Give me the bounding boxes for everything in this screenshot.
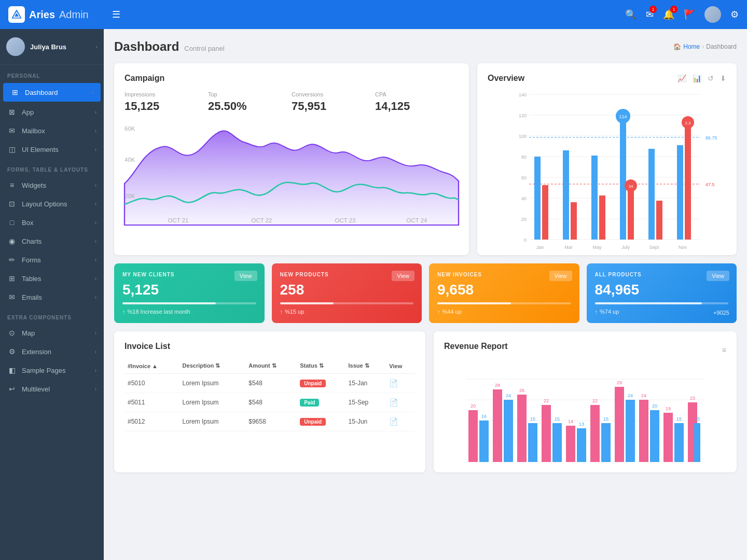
stat-card-clients-view-btn[interactable]: View xyxy=(234,271,257,281)
revenue-menu-icon[interactable]: ≡ xyxy=(722,346,726,354)
stat-card-invoices-view-btn[interactable]: View xyxy=(549,271,572,281)
sidebar-item-label: Multilevel xyxy=(22,385,90,393)
svg-text:80: 80 xyxy=(521,155,527,160)
breadcrumb-home[interactable]: Home xyxy=(683,43,700,50)
overview-chart: 140 120 100 80 60 40 20 0 xyxy=(488,89,726,245)
sidebar-item-charts[interactable]: ◉ Charts › xyxy=(0,232,104,250)
app-icon: ⊠ xyxy=(7,108,17,116)
svg-rect-82 xyxy=(615,387,624,462)
sidebar-item-map[interactable]: ⊙ Map › xyxy=(0,324,104,342)
sidebar-item-dashboard[interactable]: ⊞ Dashboard › xyxy=(3,83,101,102)
sidebar-item-box[interactable]: □ Box › xyxy=(0,213,104,232)
svg-rect-30 xyxy=(563,150,569,240)
overview-card: Overview 📈 📊 ↺ ⬇ xyxy=(477,63,737,255)
svg-rect-34 xyxy=(620,119,626,240)
sidebar: Juliya Brus › PERSONAL ⊞ Dashboard › ⊠ A… xyxy=(0,29,104,560)
map-icon: ⊙ xyxy=(7,329,17,337)
sidebar-arrow-icon: › xyxy=(95,295,96,300)
user-avatar[interactable] xyxy=(704,6,721,23)
download-icon[interactable]: ⬇ xyxy=(720,74,726,82)
line-chart-icon[interactable]: 📈 xyxy=(677,74,686,82)
svg-text:114: 114 xyxy=(619,114,627,119)
svg-rect-74 xyxy=(566,426,575,462)
invoice-table: #Invoice ▲ Description ⇅ Amount ⇅ Status… xyxy=(125,358,415,431)
breadcrumb: 🏠 Home › Dashboard xyxy=(673,43,737,50)
sidebar-item-app[interactable]: ⊠ App › xyxy=(0,103,104,121)
breadcrumb-sep: › xyxy=(702,43,704,50)
sidebar-arrow-icon: › xyxy=(95,220,96,226)
cpa-label: CPA xyxy=(375,91,459,97)
svg-text:Jan: Jan xyxy=(536,245,544,250)
hamburger-button[interactable]: ☰ xyxy=(112,9,120,20)
avatar xyxy=(6,37,25,56)
section-personal: PERSONAL xyxy=(0,65,104,82)
stat-card-invoices-value: 9,658 xyxy=(437,282,571,298)
revenue-card: Revenue Report ≡ 20 xyxy=(434,331,737,472)
svg-text:OCT 21: OCT 21 xyxy=(168,218,188,223)
svg-text:24: 24 xyxy=(628,393,633,398)
dashboard-icon: ⊞ xyxy=(10,88,20,96)
svg-text:OCT 22: OCT 22 xyxy=(251,218,272,223)
sidebar-arrow-icon: › xyxy=(95,368,96,373)
svg-text:22: 22 xyxy=(544,398,549,403)
sidebar-item-layout[interactable]: ⊡ Layout Options › xyxy=(0,194,104,213)
svg-text:40: 40 xyxy=(521,196,527,201)
invoice-status: Unpaid xyxy=(297,374,345,393)
svg-text:60K: 60K xyxy=(125,126,135,132)
stat-card-products-view-btn[interactable]: View xyxy=(392,271,414,281)
sidebar-item-widgets[interactable]: ≡ Widgets › xyxy=(0,176,104,194)
campaign-stat-impressions: Impressions 15,125 xyxy=(125,91,208,113)
bell-icon[interactable]: 🔔 1 xyxy=(663,9,674,20)
sidebar-item-extension[interactable]: ⚙ Extension › xyxy=(0,342,104,361)
top-label: Top xyxy=(208,91,292,97)
svg-rect-37 xyxy=(628,188,634,240)
sidebar-item-sample-pages[interactable]: ◧ Sample Pages › xyxy=(0,361,104,380)
search-icon[interactable]: 🔍 xyxy=(625,9,637,20)
conversions-value: 75,951 xyxy=(292,100,375,113)
stat-card-clients-footer: ↑%18 Increase last month xyxy=(122,309,256,315)
logo-admin: Admin xyxy=(59,9,89,21)
sidebar-item-label: Emails xyxy=(22,293,90,301)
invoice-issue: 15-Jun xyxy=(345,412,386,431)
extension-icon: ⚙ xyxy=(7,347,17,356)
logo[interactable]: AriesAdmin xyxy=(8,6,112,23)
bar-chart-icon[interactable]: 📊 xyxy=(693,74,701,82)
sidebar-item-tables[interactable]: ⊞ Tables › xyxy=(0,269,104,288)
invoice-amount: $548 xyxy=(245,374,297,393)
sidebar-arrow-icon: › xyxy=(95,330,96,336)
multilevel-icon: ↩ xyxy=(7,385,17,393)
svg-text:14: 14 xyxy=(568,419,573,424)
svg-rect-96 xyxy=(694,423,700,462)
sidebar-item-ui-elements[interactable]: ◫ UI Elements › xyxy=(0,140,104,159)
stat-card-invoices: NEW INVOICES View 9,658 ↑%44 up xyxy=(429,263,579,323)
stat-card-all-footer: ↑%74 up xyxy=(595,309,729,315)
stat-card-all-products: ALL PRODUCTS View 84,965 ↑%74 up +9025 xyxy=(587,263,737,323)
impressions-label: Impressions xyxy=(125,91,208,97)
invoice-view-icon[interactable]: 📄 xyxy=(386,412,415,431)
overview-icons: 📈 📊 ↺ ⬇ xyxy=(677,74,726,82)
flag-icon[interactable]: 🚩 xyxy=(684,9,695,20)
invoice-view-icon[interactable]: 📄 xyxy=(386,374,415,393)
sidebar-arrow-icon: › xyxy=(95,276,96,282)
forms-icon: ✏ xyxy=(7,256,17,264)
settings-icon[interactable]: ⚙ xyxy=(730,9,739,20)
sidebar-item-emails[interactable]: ✉ Emails › xyxy=(0,288,104,306)
svg-text:20: 20 xyxy=(652,403,657,409)
sidebar-item-forms[interactable]: ✏ Forms › xyxy=(0,250,104,269)
ui-elements-icon: ◫ xyxy=(7,145,17,153)
svg-text:26: 26 xyxy=(519,388,524,393)
invoice-view-icon[interactable]: 📄 xyxy=(386,393,415,412)
refresh-icon[interactable]: ↺ xyxy=(708,74,714,82)
sidebar-user[interactable]: Juliya Brus › xyxy=(0,29,104,65)
stat-card-clients: MY NEW CLIENTS View 5,125 ↑%18 Increase … xyxy=(114,263,265,323)
stat-card-products-value: 258 xyxy=(280,282,414,298)
top-row: Campaign Impressions 15,125 Top 25.50% C… xyxy=(114,63,737,255)
sidebar-item-multilevel[interactable]: ↩ Multilevel › xyxy=(0,380,104,398)
sidebar-item-mailbox[interactable]: ✉ Mailbox › xyxy=(0,121,104,140)
stat-card-all-view-btn[interactable]: View xyxy=(707,271,729,281)
mail-icon[interactable]: ✉ 1 xyxy=(646,9,654,20)
cpa-value: 14,125 xyxy=(375,100,459,113)
col-description: Description ⇅ xyxy=(179,358,246,374)
svg-rect-58 xyxy=(468,410,478,462)
svg-rect-84 xyxy=(626,400,635,462)
